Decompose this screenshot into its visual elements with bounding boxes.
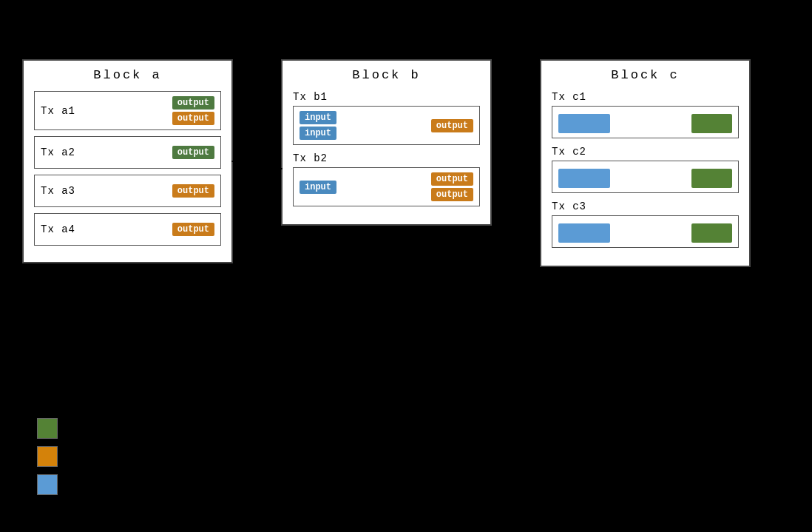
svg-marker-5 <box>277 360 282 366</box>
tx-b1-row: input input output <box>293 106 480 145</box>
tx-b1-label: Tx b1 <box>293 91 480 103</box>
tx-b2-output1: output <box>431 172 473 186</box>
block-c: Block c Tx c1 Tx c2 <box>540 59 751 267</box>
tx-a3-ports: output <box>172 184 214 198</box>
tx-a4-port-orange: output <box>172 223 214 236</box>
tx-c2-label: Tx c2 <box>552 146 739 158</box>
tx-a2-label: Tx a2 <box>41 147 75 158</box>
svg-marker-3 <box>277 345 282 351</box>
tx-a1-label: Tx a1 <box>41 105 75 117</box>
svg-line-4 <box>231 322 282 363</box>
tx-b1-right-ports: output <box>431 119 473 132</box>
svg-line-2 <box>231 289 282 348</box>
tx-a1-ports: output output <box>172 96 214 125</box>
legend-item-green <box>37 418 65 439</box>
svg-marker-11 <box>534 382 540 388</box>
tx-a1-port-green: output <box>172 96 214 110</box>
tx-a3-label: Tx a3 <box>41 185 75 197</box>
tx-c3-section: Tx c3 <box>552 201 739 248</box>
tx-b1-output: output <box>431 119 473 132</box>
legend <box>37 418 65 502</box>
tx-b1-input1: input <box>300 111 336 124</box>
legend-box-blue <box>37 474 58 495</box>
tx-c1-ports <box>558 114 732 133</box>
tx-c2-blue-port <box>558 169 610 188</box>
tx-b1-section: Tx b1 input input output <box>293 91 480 145</box>
tx-c1-green-port <box>691 114 732 133</box>
blocks-row: Block a Tx a1 output output Tx a2 output… <box>22 59 791 267</box>
tx-c2-section: Tx c2 <box>552 146 739 193</box>
legend-item-blue <box>37 474 65 495</box>
tx-b2-output2: output <box>431 188 473 201</box>
tx-a4-ports: output <box>172 223 214 236</box>
tx-b2-section: Tx b2 input output output <box>293 152 480 206</box>
block-a-title: Block a <box>34 68 221 82</box>
tx-c3-ports <box>558 223 732 243</box>
block-c-title: Block c <box>552 68 739 82</box>
tx-c3-blue-port <box>558 223 610 243</box>
svg-marker-9 <box>534 293 540 299</box>
tx-b2-right-ports: output output <box>431 172 473 201</box>
row-a1: Tx a1 output output <box>34 91 221 130</box>
legend-item-orange <box>37 446 65 467</box>
tx-a3-port-orange: output <box>172 184 214 198</box>
svg-line-10 <box>493 348 540 385</box>
tx-c1-section: Tx c1 <box>552 91 739 138</box>
tx-c1-row <box>552 106 739 138</box>
row-a4: Tx a4 output <box>34 213 221 246</box>
row-a3: Tx a3 output <box>34 175 221 207</box>
tx-a4-label: Tx a4 <box>41 223 75 235</box>
block-b: Block b Tx b1 input input output Tx b2 <box>281 59 492 226</box>
tx-a2-port-green: output <box>172 146 214 159</box>
tx-b2-label: Tx b2 <box>293 152 480 164</box>
tx-b1-left-ports: input input <box>300 111 336 140</box>
tx-c2-green-port <box>691 169 732 188</box>
tx-b1-input2: input <box>300 127 336 140</box>
tx-c3-row <box>552 215 739 248</box>
tx-c2-ports <box>558 169 732 188</box>
row-a2: Tx a2 output <box>34 136 221 169</box>
tx-a2-ports: output <box>172 146 214 159</box>
tx-c3-label: Tx c3 <box>552 201 739 212</box>
tx-c3-green-port <box>691 223 732 243</box>
legend-box-orange <box>37 446 58 467</box>
tx-c1-label: Tx c1 <box>552 91 739 103</box>
tx-c1-blue-port <box>558 114 610 133</box>
tx-c2-row <box>552 161 739 193</box>
tx-b2-left-ports: input <box>300 181 336 194</box>
block-b-title: Block b <box>293 68 480 82</box>
diagram-wrapper: Block a Tx a1 output output Tx a2 output… <box>22 59 791 444</box>
block-a: Block a Tx a1 output output Tx a2 output… <box>22 59 233 263</box>
tx-b2-row: input output output <box>293 167 480 206</box>
svg-line-8 <box>493 296 540 326</box>
tx-b2-input: input <box>300 181 336 194</box>
legend-box-green <box>37 418 58 439</box>
tx-a1-port-orange: output <box>172 112 214 125</box>
